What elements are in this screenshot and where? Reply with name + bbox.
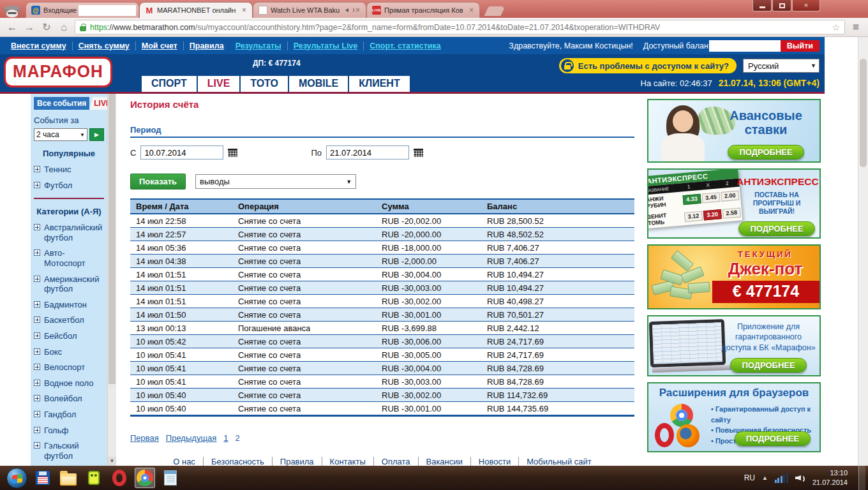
volume-icon[interactable] bbox=[795, 473, 805, 482]
expand-icon[interactable] bbox=[34, 301, 40, 308]
browser-tab-marathonbet[interactable]: M MARATHONBET онлайн × bbox=[139, 2, 253, 18]
reload-icon[interactable]: ↻ bbox=[40, 22, 53, 33]
from-date-field[interactable] bbox=[140, 145, 223, 160]
tab-close-icon[interactable]: × bbox=[468, 6, 474, 14]
browser-menu-icon[interactable]: ≡ bbox=[849, 21, 862, 34]
sidebar-sport-item[interactable]: Велоспорт bbox=[34, 362, 104, 373]
banner-extensions[interactable]: Расширения для браузеров Гарантированный… bbox=[647, 382, 821, 452]
footer-link[interactable]: Правила bbox=[273, 457, 322, 466]
home-icon[interactable]: ⌂ bbox=[57, 22, 70, 33]
expand-icon[interactable] bbox=[34, 442, 40, 449]
back-icon[interactable]: ← bbox=[6, 22, 19, 33]
banner-advance-bets[interactable]: Авансовые ставки ПОДРОБНЕЕ bbox=[647, 99, 821, 163]
operation-filter-select[interactable]: выводы ▼ bbox=[195, 174, 356, 189]
language-select[interactable]: Русский ▼ bbox=[743, 59, 819, 73]
browser-tab-wta[interactable]: Watch Live WTA Baku × bbox=[253, 2, 366, 18]
expand-icon[interactable] bbox=[34, 427, 40, 433]
bookmark-star-icon[interactable]: ☆ bbox=[832, 22, 841, 33]
sidebar-sport-item[interactable]: Волейбол bbox=[34, 394, 104, 404]
expand-icon[interactable] bbox=[34, 332, 40, 339]
footer-link[interactable]: Мобильный сайт bbox=[519, 457, 599, 466]
details-button[interactable]: ПОДРОБНЕЕ bbox=[730, 358, 806, 373]
nav-tab-toto[interactable]: ТОТО bbox=[241, 76, 288, 92]
pagination-page-1[interactable]: 1 bbox=[223, 433, 228, 443]
show-button[interactable]: Показать bbox=[130, 174, 186, 189]
taskbar-chrome-active[interactable] bbox=[135, 468, 155, 488]
address-bar[interactable]: https://www.betmarathon.com/su/myaccount… bbox=[75, 20, 845, 34]
expand-icon[interactable] bbox=[34, 276, 40, 282]
banner-antiexpress[interactable]: АНТИЭКСПРЕСС НАЗВАНИЕ 1 X 2 АНЖИРУБИН 4.… bbox=[647, 168, 821, 239]
logout-button[interactable]: Выйти bbox=[781, 40, 819, 52]
tab-close-icon[interactable]: × bbox=[355, 6, 361, 14]
all-events-tab[interactable]: Все события bbox=[34, 97, 89, 110]
top-link[interactable]: Правила bbox=[184, 41, 230, 50]
show-desktop-button[interactable] bbox=[858, 466, 865, 490]
to-date-field[interactable] bbox=[326, 145, 409, 160]
sidebar-scrollbar[interactable]: ▼ bbox=[107, 94, 116, 466]
footer-link[interactable]: Контакты bbox=[322, 457, 374, 466]
marathon-logo[interactable]: МАРАФОН bbox=[4, 57, 112, 87]
details-button[interactable]: ПОДРОБНЕЕ bbox=[728, 145, 804, 160]
pagination-first[interactable]: Первая bbox=[130, 433, 159, 443]
expand-icon[interactable] bbox=[34, 380, 40, 386]
footer-link[interactable]: О нас bbox=[165, 457, 204, 466]
top-link[interactable]: Мой счет bbox=[136, 41, 184, 50]
maximize-button[interactable] bbox=[772, 0, 791, 11]
calendar-icon[interactable] bbox=[228, 149, 237, 157]
browser-scrollbar[interactable] bbox=[858, 37, 868, 466]
expand-icon[interactable] bbox=[34, 182, 40, 188]
scroll-down-icon[interactable]: ▼ bbox=[108, 457, 116, 466]
taskbar-notepad[interactable] bbox=[160, 468, 181, 488]
top-link[interactable]: Результаты Live bbox=[288, 41, 364, 50]
top-link[interactable]: Результаты bbox=[230, 41, 288, 50]
sidebar-sport-item[interactable]: Бейсбол bbox=[34, 331, 104, 341]
expand-icon[interactable] bbox=[34, 395, 40, 401]
nav-tab-live[interactable]: LIVE bbox=[198, 76, 240, 92]
sidebar-sport-item[interactable]: Гольф bbox=[34, 426, 104, 436]
details-button[interactable]: ПОДРОБНЕЕ bbox=[738, 221, 814, 236]
scrollbar-thumb[interactable] bbox=[108, 94, 116, 384]
scrollbar-thumb[interactable] bbox=[860, 59, 867, 167]
expand-icon[interactable] bbox=[34, 364, 40, 370]
top-link[interactable]: Внести сумму bbox=[5, 41, 73, 50]
network-icon[interactable] bbox=[775, 473, 788, 483]
top-link[interactable]: Спорт. статистика bbox=[364, 41, 446, 50]
nav-tab-client[interactable]: КЛИЕНТ bbox=[349, 76, 410, 92]
sidebar-sport-item[interactable]: Футбол bbox=[34, 181, 104, 191]
go-button[interactable]: ▶ bbox=[89, 128, 104, 141]
forward-icon[interactable]: → bbox=[23, 22, 36, 33]
close-button[interactable]: × bbox=[792, 0, 820, 11]
taskbar-qip[interactable] bbox=[84, 468, 104, 488]
new-tab-button[interactable] bbox=[484, 6, 505, 16]
tab-close-icon[interactable]: × bbox=[241, 6, 247, 14]
sidebar-sport-item[interactable]: Авто- Мотоспорт bbox=[34, 248, 104, 268]
minimize-button[interactable] bbox=[752, 0, 772, 11]
pagination-prev[interactable]: Предыдущая bbox=[166, 433, 217, 443]
footer-link[interactable]: Безопасность bbox=[204, 457, 273, 466]
details-button[interactable]: ПОДРОБНЕЕ bbox=[735, 431, 811, 446]
taskbar-explorer[interactable] bbox=[58, 468, 79, 488]
language-indicator[interactable]: RU bbox=[744, 473, 755, 482]
browser-tab-stream[interactable]: LIVE Прямая трансляция Ков × bbox=[366, 2, 480, 18]
live-tab[interactable]: LIVE bbox=[89, 97, 107, 110]
sidebar-sport-item[interactable]: Бокс bbox=[34, 347, 104, 357]
footer-link[interactable]: Оплата bbox=[374, 457, 419, 466]
sidebar-sport-item[interactable]: Гэльский футбол bbox=[34, 441, 104, 461]
nav-tab-sport[interactable]: СПОРТ bbox=[142, 76, 197, 92]
period-select[interactable]: 2 часа ▼ bbox=[34, 128, 87, 141]
sidebar-sport-item[interactable]: Бадминтон bbox=[34, 300, 104, 310]
start-button[interactable] bbox=[6, 468, 27, 489]
sidebar-sport-item[interactable]: Баскетбол bbox=[34, 315, 104, 325]
sidebar-sport-item[interactable]: Теннис bbox=[34, 165, 104, 175]
expand-icon[interactable] bbox=[34, 249, 40, 256]
taskbar-opera[interactable] bbox=[109, 468, 130, 488]
nav-tab-mobile[interactable]: MOBILE bbox=[289, 76, 348, 92]
banner-jackpot[interactable]: ТЕКУЩИЙ Джек-пот € 477174 bbox=[647, 244, 821, 309]
footer-link[interactable]: Новости bbox=[471, 457, 519, 466]
browser-tab-inbox[interactable]: @ Входящие bbox=[26, 2, 139, 18]
top-link[interactable]: Снять сумму bbox=[73, 41, 136, 50]
hidden-icons-arrow[interactable]: ▲ bbox=[762, 475, 768, 481]
expand-icon[interactable] bbox=[34, 316, 40, 323]
access-problem-badge[interactable]: Есть проблемы с доступом к сайту? bbox=[559, 58, 737, 73]
calendar-icon[interactable] bbox=[414, 149, 423, 157]
